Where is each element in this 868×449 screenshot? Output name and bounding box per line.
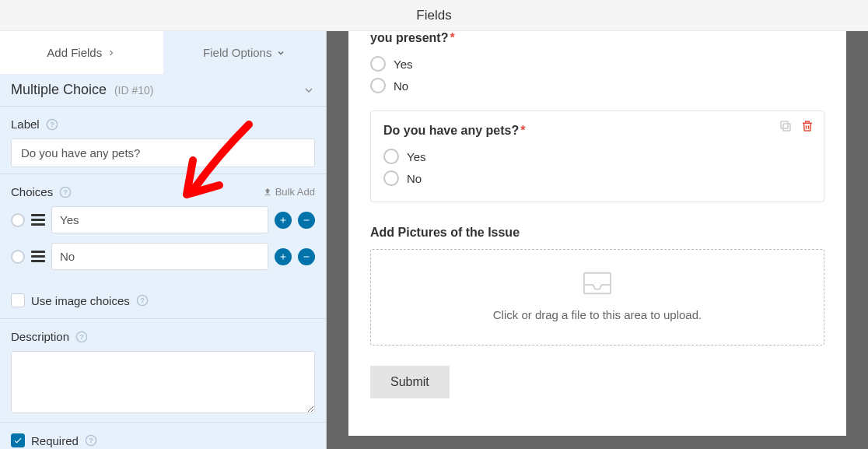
- svg-text:?: ?: [63, 188, 68, 196]
- bulk-add-link[interactable]: Bulk Add: [263, 186, 315, 198]
- field-description: Description ?: [0, 318, 326, 422]
- preview-field-actions: [779, 119, 814, 133]
- duplicate-icon[interactable]: [779, 119, 793, 133]
- choice-default-radio[interactable]: [11, 250, 25, 264]
- svg-text:?: ?: [140, 296, 145, 304]
- field-label: Label ?: [0, 107, 326, 174]
- add-choice-button[interactable]: [275, 212, 292, 229]
- required-row: Required ?: [0, 422, 326, 449]
- chevron-down-icon: [276, 48, 285, 58]
- section-title: Multiple Choice: [11, 82, 107, 97]
- choice-row: [11, 243, 315, 270]
- preview-option[interactable]: Yes: [370, 53, 824, 75]
- field-choices: Choices ? Bulk Add: [0, 174, 326, 286]
- upload-section-title: Add Pictures of the Issue: [370, 226, 824, 240]
- preview-field-pets[interactable]: Do you have any pets?* Yes No: [370, 110, 824, 202]
- choices-label: Choices ?: [11, 185, 72, 198]
- file-dropzone[interactable]: Click or drag a file to this area to upl…: [370, 249, 824, 346]
- add-choice-button[interactable]: [275, 248, 292, 265]
- svg-rect-10: [783, 124, 790, 131]
- check-icon: [13, 436, 23, 445]
- trash-icon[interactable]: [800, 119, 814, 133]
- preview-field-title: you present?*: [370, 31, 824, 45]
- help-icon[interactable]: ?: [136, 294, 149, 307]
- minus-icon: [302, 252, 311, 261]
- label-label: Label ?: [11, 118, 58, 131]
- preview-option[interactable]: Yes: [383, 146, 811, 167]
- remove-choice-button[interactable]: [298, 212, 315, 229]
- svg-text:?: ?: [89, 437, 93, 444]
- tabs-container: Add Fields Field Options: [0, 31, 326, 74]
- svg-text:?: ?: [79, 333, 84, 341]
- tab-field-options[interactable]: Field Options: [163, 31, 327, 74]
- upload-icon: [263, 188, 272, 197]
- drag-handle-icon[interactable]: [31, 214, 45, 226]
- plus-icon: [278, 252, 288, 261]
- radio-icon[interactable]: [370, 56, 386, 72]
- workspace: Add Fields Field Options Multiple Choice…: [0, 31, 868, 449]
- preview-pane: you present?* Yes No Do you have any pe: [327, 31, 868, 449]
- label-input[interactable]: [11, 139, 315, 167]
- chevron-down-icon[interactable]: [303, 84, 315, 96]
- section-id: (ID #10): [114, 84, 154, 96]
- help-icon[interactable]: ?: [59, 186, 72, 198]
- remove-choice-button[interactable]: [298, 248, 315, 265]
- help-icon[interactable]: ?: [75, 331, 88, 343]
- choice-row: [11, 206, 315, 233]
- radio-icon[interactable]: [383, 170, 399, 186]
- help-icon[interactable]: ?: [46, 118, 58, 131]
- section-title-wrap: Multiple Choice (ID #10): [11, 82, 154, 98]
- help-icon[interactable]: ?: [85, 434, 97, 447]
- use-image-choices-checkbox[interactable]: [11, 293, 25, 307]
- preview-form: you present?* Yes No Do you have any pe: [348, 31, 846, 436]
- tab-add-fields[interactable]: Add Fields: [0, 31, 163, 74]
- inbox-icon: [579, 268, 615, 298]
- use-image-choices-label: Use image choices ?: [31, 294, 149, 307]
- use-image-choices-row: Use image choices ?: [0, 286, 326, 318]
- minus-icon: [302, 216, 311, 225]
- plus-icon: [278, 216, 288, 225]
- drag-handle-icon[interactable]: [31, 251, 45, 262]
- top-bar: Fields: [0, 0, 868, 31]
- svg-text:?: ?: [50, 121, 54, 128]
- choice-input[interactable]: [51, 206, 268, 233]
- required-star-icon: *: [520, 124, 525, 137]
- required-checkbox[interactable]: [11, 433, 25, 447]
- required-label: Required ?: [31, 434, 97, 447]
- required-star-icon: *: [450, 31, 454, 44]
- tab-field-options-label: Field Options: [203, 46, 271, 59]
- top-title: Fields: [416, 8, 451, 23]
- section-header[interactable]: Multiple Choice (ID #10): [0, 74, 326, 107]
- submit-button[interactable]: Submit: [370, 366, 450, 398]
- radio-icon[interactable]: [383, 149, 399, 164]
- choice-input[interactable]: [51, 243, 268, 270]
- description-label: Description ?: [11, 330, 88, 343]
- preview-option[interactable]: No: [370, 75, 824, 96]
- radio-icon[interactable]: [370, 78, 386, 93]
- tab-add-fields-label: Add Fields: [47, 46, 102, 59]
- choice-default-radio[interactable]: [11, 213, 25, 227]
- preview-option[interactable]: No: [383, 167, 811, 189]
- chevron-right-icon: [107, 48, 116, 58]
- preview-field-title: Do you have any pets?*: [383, 124, 811, 138]
- description-textarea[interactable]: [11, 351, 315, 413]
- svg-rect-11: [781, 121, 788, 128]
- dropzone-text: Click or drag a file to this area to upl…: [380, 308, 814, 321]
- preview-field-you-present[interactable]: you present?* Yes No: [370, 31, 824, 96]
- sidebar: Add Fields Field Options Multiple Choice…: [0, 31, 327, 449]
